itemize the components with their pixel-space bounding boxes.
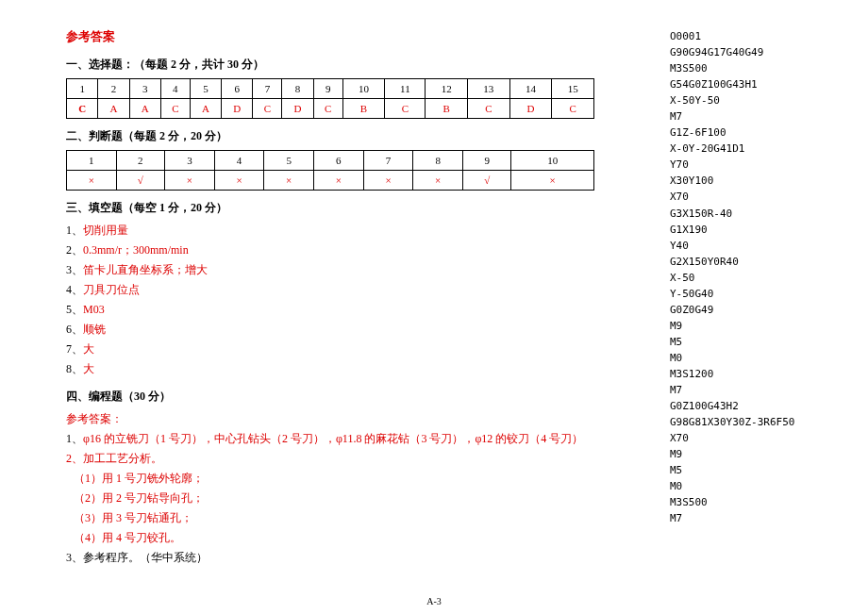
section4-reference-label: 参考答案：	[66, 410, 594, 427]
table-header-cell: 8	[413, 151, 463, 171]
item-number: 4、	[66, 283, 83, 296]
code-line: M9	[670, 446, 802, 462]
table-answer-cell: √	[116, 171, 164, 191]
table-header-cell: 9	[463, 151, 511, 171]
code-line: Y-50G40	[670, 286, 802, 302]
item-answer: 刀具刀位点	[83, 283, 140, 296]
code-line: X70	[670, 430, 802, 446]
table-answer-cell: D	[509, 99, 552, 119]
table-answer-cell: C	[552, 99, 594, 119]
section2-table: 12345678910 ×√××××××√×	[66, 150, 594, 191]
code-line: M7	[670, 382, 802, 398]
code-line: G0Z100G43H2	[670, 398, 802, 414]
code-line: X-50	[670, 270, 802, 286]
answer-key-title: 参考答案	[66, 28, 594, 45]
table-header-cell: 7	[253, 79, 282, 99]
code-line: O0001	[670, 28, 802, 44]
process-step: （1）用 1 号刀铣外轮廓；	[74, 470, 594, 487]
table-header-cell: 8	[282, 79, 313, 99]
table-answer-cell: C	[313, 99, 342, 119]
table-answer-cell: B	[342, 99, 385, 119]
section2-heading: 二、判断题（每题 2 分，20 分）	[66, 128, 594, 144]
table-header-cell: 13	[468, 79, 510, 99]
table-header-cell: 2	[98, 79, 129, 99]
table-answer-cell: ×	[314, 171, 364, 191]
process-step: （4）用 4 号刀铰孔。	[74, 529, 594, 546]
fill-blank-item: 5、M03	[66, 301, 594, 318]
table-answer-cell: ×	[511, 171, 594, 191]
process-steps: （1）用 1 号刀铣外轮廓；（2）用 2 号刀钻导向孔；（3）用 3 号刀钻通孔…	[66, 470, 594, 546]
section4-line2: 2、加工工艺分析。	[66, 450, 594, 467]
code-line: G90G94G17G40G49	[670, 44, 802, 60]
table-header-cell: 12	[426, 79, 468, 99]
table-header-cell: 4	[160, 79, 190, 99]
fill-blank-item: 1、切削用量	[66, 222, 594, 239]
code-line: Y40	[670, 238, 802, 254]
code-line: G1Z-6F100	[670, 124, 802, 141]
item-answer: 大	[83, 342, 94, 356]
table-answer-cell: B	[426, 99, 468, 119]
table-header-cell: 6	[222, 79, 253, 99]
code-line: G98G81X30Y30Z-3R6F50	[670, 414, 802, 430]
item-number: 8、	[66, 362, 83, 375]
section1-heading: 一、选择题：（每题 2 分，共计 30 分）	[66, 57, 594, 73]
table-answer-cell: ×	[214, 171, 264, 191]
table-answer-cell: C	[468, 99, 510, 119]
section4-line1: 1、φ16 的立铣刀（1 号刀），中心孔钻头（2 号刀），φ11.8 的麻花钻（…	[66, 430, 594, 447]
code-line: M0	[670, 478, 802, 494]
line1-content: φ16 的立铣刀（1 号刀），中心孔钻头（2 号刀），φ11.8 的麻花钻（3 …	[83, 432, 583, 445]
fill-blank-item: 4、刀具刀位点	[66, 281, 594, 298]
fill-blank-item: 8、大	[66, 360, 594, 377]
item-number: 3、	[66, 263, 83, 276]
item-answer: M03	[83, 303, 105, 316]
table-header-cell: 10	[511, 151, 594, 171]
line1-prefix: 1、	[66, 432, 83, 445]
code-line: M3S500	[670, 60, 802, 76]
code-line: X30Y100	[670, 173, 802, 189]
table-header-cell: 3	[165, 151, 215, 171]
table-answer-cell: A	[98, 99, 129, 119]
table-answer-cell: C	[385, 99, 426, 119]
code-line: M0	[670, 350, 802, 366]
table-header-cell: 10	[342, 79, 385, 99]
code-line: M7	[670, 108, 802, 124]
table-answer-cell: ×	[67, 171, 117, 191]
table-header-cell: 5	[264, 151, 314, 171]
code-line: M3S1200	[670, 366, 802, 382]
process-step: （3）用 3 号刀钻通孔；	[74, 509, 594, 526]
item-answer: 笛卡儿直角坐标系；增大	[83, 263, 208, 276]
table-header-cell: 9	[313, 79, 342, 99]
item-number: 2、	[66, 243, 83, 257]
code-line: G3X150R-40	[670, 206, 802, 222]
table-header-cell: 1	[67, 151, 117, 171]
table-header-cell: 7	[363, 151, 413, 171]
code-line: X-50Y-50	[670, 92, 802, 108]
table-header-cell: 4	[214, 151, 264, 171]
fill-blank-item: 3、笛卡儿直角坐标系；增大	[66, 261, 594, 278]
table-header-cell: 1	[67, 79, 98, 99]
table-answer-cell: ×	[264, 171, 314, 191]
fill-blanks-list: 1、切削用量2、0.3mm/r；300mm/min3、笛卡儿直角坐标系；增大4、…	[66, 222, 594, 377]
table-header-cell: 5	[190, 79, 221, 99]
code-line: G1X190	[670, 222, 802, 238]
table-answer-cell: C	[67, 99, 98, 119]
fill-blank-item: 6、顺铣	[66, 321, 594, 338]
code-line: G2X150Y0R40	[670, 254, 802, 270]
item-answer: 切削用量	[83, 224, 128, 237]
code-line: X-0Y-20G41D1	[670, 141, 802, 157]
fill-blank-item: 7、大	[66, 340, 594, 357]
item-answer: 顺铣	[83, 323, 106, 336]
process-step: （2）用 2 号刀钻导向孔；	[74, 490, 594, 506]
code-line: M5	[670, 334, 802, 350]
cnc-program-code: O0001G90G94G17G40G49M3S500G54G0Z100G43H1…	[670, 28, 802, 526]
code-line: X70	[670, 189, 802, 205]
code-line: Y70	[670, 157, 802, 173]
section3-heading: 三、填空题（每空 1 分，20 分）	[66, 200, 594, 216]
table-answer-cell: D	[222, 99, 253, 119]
table-answer-cell: C	[160, 99, 190, 119]
table-answer-cell: D	[282, 99, 313, 119]
item-number: 5、	[66, 303, 83, 316]
section4-heading: 四、编程题（30 分）	[66, 389, 594, 405]
item-number: 1、	[66, 224, 83, 237]
table-answer-cell: √	[463, 171, 511, 191]
